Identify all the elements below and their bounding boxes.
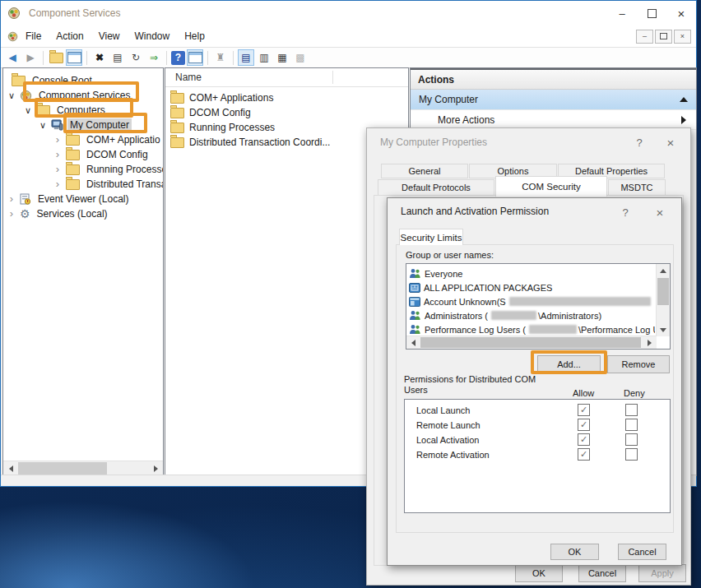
- menu-file[interactable]: File: [18, 27, 49, 45]
- list-item-label[interactable]: Distributed Transaction Coordi...: [189, 137, 330, 148]
- expander-icon[interactable]: ›: [51, 180, 64, 188]
- menu-action[interactable]: Action: [49, 27, 91, 45]
- allow-checkbox-remote-launch[interactable]: ✓: [578, 419, 590, 431]
- configure-component-icon[interactable]: ♜: [212, 49, 229, 66]
- scroll-right-icon[interactable]: [149, 461, 163, 475]
- group-user-listbox[interactable]: Everyone ALL APPLICATION PACKAGES Accoun…: [406, 263, 671, 350]
- deny-checkbox-remote-launch[interactable]: [625, 419, 638, 431]
- group-item-everyone[interactable]: Everyone: [406, 266, 655, 280]
- expander-icon[interactable]: ›: [5, 195, 18, 203]
- more-actions-label[interactable]: More Actions: [438, 114, 494, 126]
- scrollbar-thumb[interactable]: [18, 462, 107, 475]
- tab-default-protocols[interactable]: Default Protocols: [378, 179, 494, 196]
- list-item-label[interactable]: Running Processes: [189, 122, 275, 133]
- show-console-tree-icon[interactable]: [66, 49, 82, 66]
- actions-group-my-computer[interactable]: My Computer: [411, 90, 696, 110]
- refresh-icon[interactable]: ↻: [128, 49, 144, 66]
- maximize-button[interactable]: [637, 2, 666, 25]
- help-icon[interactable]: ?: [171, 51, 185, 65]
- list-header[interactable]: Name: [165, 68, 408, 87]
- tree-item-label[interactable]: My Computer: [67, 118, 132, 132]
- list-item-label[interactable]: COM+ Applications: [189, 92, 273, 104]
- tab-com-security[interactable]: COM Security: [495, 176, 607, 197]
- list-item-com-applications[interactable]: COM+ Applications: [165, 90, 408, 105]
- delete-icon[interactable]: ✖: [91, 49, 108, 66]
- mdi-restore-button[interactable]: [655, 30, 672, 44]
- tree-item-component-services[interactable]: ∨ Component Services: [3, 88, 163, 103]
- tab-general[interactable]: General: [381, 164, 468, 178]
- up-one-level-icon[interactable]: [48, 49, 64, 66]
- cancel-button[interactable]: Cancel: [618, 544, 666, 560]
- scroll-down-icon[interactable]: [657, 324, 670, 336]
- vertical-scrollbar[interactable]: [656, 264, 670, 336]
- tree-item-computers[interactable]: ∨ Computers: [3, 103, 163, 118]
- tree-item-my-computer[interactable]: ∨ My Computer: [3, 118, 163, 132]
- allow-checkbox-local-activation[interactable]: ✓: [578, 433, 590, 446]
- dialog-help-button[interactable]: ?: [629, 133, 650, 151]
- view-small-icons-icon[interactable]: ▥: [256, 49, 272, 66]
- tree-item-label[interactable]: Services (Local): [35, 207, 110, 220]
- expander-icon[interactable]: ›: [51, 150, 64, 159]
- group-item-all-application-packages[interactable]: ALL APPLICATION PACKAGES: [406, 280, 655, 294]
- scroll-left-icon[interactable]: [3, 461, 17, 475]
- remove-button[interactable]: Remove: [607, 355, 670, 373]
- tree-item-label[interactable]: Console Root: [30, 74, 95, 87]
- apply-button[interactable]: Apply: [638, 564, 686, 582]
- tab-security-limits[interactable]: Security Limits: [399, 229, 463, 245]
- group-item-account-unknown[interactable]: Account Unknown(S: [406, 294, 655, 308]
- dialog-close-button[interactable]: ×: [649, 203, 671, 221]
- deny-checkbox-local-launch[interactable]: [625, 404, 638, 416]
- tree-item-label[interactable]: Event Viewer (Local): [35, 192, 132, 206]
- group-item-label[interactable]: \Performance Log Us: [578, 325, 655, 335]
- scrollbar-thumb[interactable]: [420, 337, 641, 348]
- tree-horizontal-scrollbar[interactable]: [3, 461, 163, 475]
- tree-item-console-root[interactable]: Console Root: [3, 73, 163, 88]
- tree-item-services[interactable]: › ⚙ Services (Local): [3, 206, 163, 221]
- back-icon[interactable]: ◀: [4, 49, 21, 66]
- group-item-label[interactable]: ALL APPLICATION PACKAGES: [424, 283, 552, 293]
- scroll-left-icon[interactable]: [406, 336, 420, 349]
- allow-checkbox-remote-activation[interactable]: ✓: [578, 448, 590, 461]
- export-list-icon[interactable]: ⇒: [146, 49, 162, 66]
- allow-checkbox-local-launch[interactable]: ✓: [578, 404, 590, 416]
- scroll-up-icon[interactable]: [657, 264, 670, 276]
- tree-item-distributed-transaction[interactable]: › Distributed Transa: [3, 177, 163, 192]
- minimize-button[interactable]: –: [607, 2, 637, 25]
- expander-icon[interactable]: ›: [51, 165, 64, 174]
- deny-checkbox-local-activation[interactable]: [625, 433, 638, 446]
- column-divider[interactable]: [332, 71, 333, 84]
- menu-help[interactable]: Help: [177, 27, 212, 45]
- list-item-dcom-config[interactable]: DCOM Config: [165, 105, 408, 120]
- expander-icon[interactable]: ›: [51, 136, 64, 144]
- mdi-minimize-button[interactable]: –: [636, 30, 653, 44]
- scroll-right-icon[interactable]: [643, 336, 657, 349]
- group-item-label[interactable]: Account Unknown(S: [424, 297, 506, 307]
- expander-icon[interactable]: ∨: [5, 91, 18, 100]
- actions-group-title[interactable]: My Computer: [419, 94, 478, 105]
- tree-item-running-processes[interactable]: › Running Processe: [3, 162, 163, 177]
- tree-item-dcom-config[interactable]: › DCOM Config: [3, 147, 163, 162]
- tree-item-label[interactable]: COM+ Applicatio: [84, 133, 163, 146]
- group-item-performance-log-users[interactable]: Performance Log Users ( \Performance Log…: [406, 322, 655, 336]
- name-column-header[interactable]: Name: [175, 72, 202, 83]
- group-item-administrators[interactable]: Administrators ( \Administrators): [406, 308, 655, 322]
- expander-icon[interactable]: ›: [5, 210, 18, 218]
- expander-icon[interactable]: ∨: [21, 106, 35, 114]
- tree-item-label[interactable]: Running Processe: [84, 163, 164, 176]
- menu-window[interactable]: Window: [128, 27, 178, 45]
- ok-button[interactable]: OK: [550, 544, 599, 560]
- collapse-icon[interactable]: [680, 93, 688, 102]
- add-button[interactable]: Add...: [537, 355, 601, 373]
- view-detail-icon[interactable]: ▩: [292, 49, 309, 66]
- show-action-pane-icon[interactable]: [187, 49, 203, 66]
- group-item-label[interactable]: Administrators (: [425, 311, 488, 321]
- tab-msdtc[interactable]: MSDTC: [608, 179, 666, 196]
- menu-view[interactable]: View: [91, 27, 128, 45]
- tree-item-label[interactable]: Distributed Transa: [84, 178, 164, 191]
- view-list-icon[interactable]: ▦: [274, 49, 290, 66]
- mdi-close-button[interactable]: ×: [674, 30, 691, 44]
- horizontal-scrollbar[interactable]: [406, 336, 657, 349]
- dialog-close-button[interactable]: ×: [660, 133, 681, 151]
- tree-item-com-applications[interactable]: › COM+ Applicatio: [3, 132, 163, 147]
- dialog-help-button[interactable]: ?: [615, 203, 636, 221]
